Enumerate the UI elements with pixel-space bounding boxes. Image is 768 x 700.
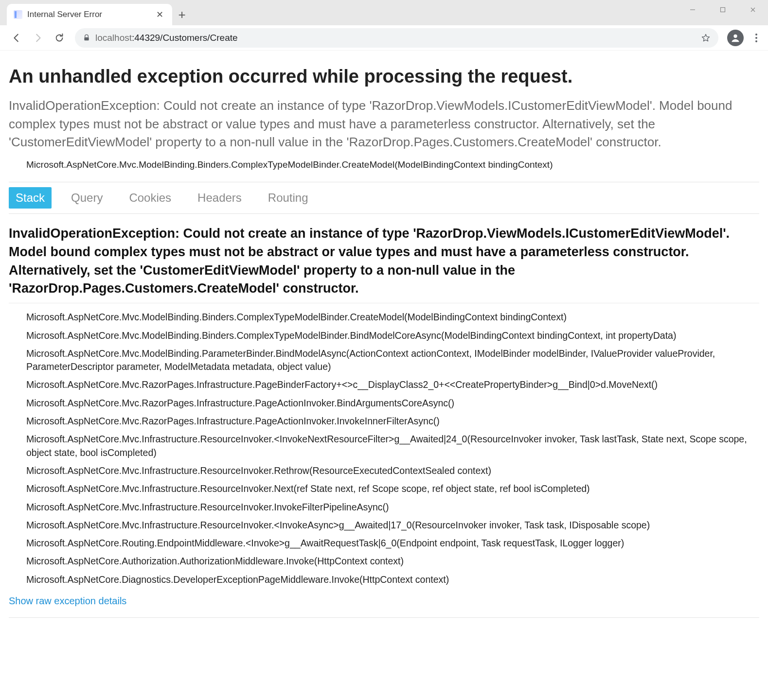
favicon-icon	[14, 10, 22, 19]
stack-frame[interactable]: Microsoft.AspNetCore.Mvc.ModelBinding.Bi…	[26, 308, 759, 326]
stack-frame[interactable]: Microsoft.AspNetCore.Mvc.Infrastructure.…	[26, 480, 759, 498]
stack-frame[interactable]: Microsoft.AspNetCore.Mvc.Infrastructure.…	[26, 516, 759, 534]
stack-frame[interactable]: Microsoft.AspNetCore.Routing.EndpointMid…	[26, 534, 759, 552]
error-page: An unhandled exception occurred while pr…	[0, 51, 768, 618]
svg-point-5	[733, 34, 737, 37]
svg-rect-1	[721, 8, 725, 12]
svg-point-6	[755, 34, 757, 35]
svg-point-8	[755, 40, 757, 42]
stack-trace-list: Microsoft.AspNetCore.Mvc.ModelBinding.Bi…	[9, 308, 759, 589]
address-bar: localhost:44329/Customers/Create	[0, 25, 768, 51]
back-button[interactable]	[8, 29, 25, 47]
url-text: localhost:44329/Customers/Create	[95, 33, 238, 43]
tab-query[interactable]: Query	[64, 187, 109, 209]
error-title: An unhandled exception occurred while pr…	[9, 66, 759, 87]
svg-rect-4	[84, 37, 89, 40]
minimize-button[interactable]	[678, 0, 708, 19]
stack-frame[interactable]: Microsoft.AspNetCore.Mvc.RazorPages.Infr…	[26, 376, 759, 394]
menu-kebab-icon[interactable]	[750, 30, 763, 46]
tab-routing[interactable]: Routing	[261, 187, 315, 209]
tab-stack[interactable]: Stack	[9, 187, 52, 209]
stack-frame[interactable]: Microsoft.AspNetCore.Authorization.Autho…	[26, 552, 759, 570]
stack-frame[interactable]: Microsoft.AspNetCore.Mvc.Infrastructure.…	[26, 498, 759, 516]
tab-title: Internal Server Error	[27, 10, 149, 19]
reload-button[interactable]	[51, 29, 68, 47]
profile-avatar[interactable]	[727, 30, 744, 46]
stack-frame[interactable]: Microsoft.AspNetCore.Mvc.Infrastructure.…	[26, 462, 759, 480]
window-titlebar: Internal Server Error ✕ +	[0, 0, 768, 25]
url-field[interactable]: localhost:44329/Customers/Create	[75, 28, 718, 48]
maximize-button[interactable]	[708, 0, 738, 19]
url-path: :44329/Customers/Create	[132, 33, 238, 43]
url-host: localhost	[95, 33, 132, 43]
error-top-frame: Microsoft.AspNetCore.Mvc.ModelBinding.Bi…	[9, 156, 759, 177]
new-tab-button[interactable]: +	[172, 4, 192, 25]
diagnostic-tabs: Stack Query Cookies Headers Routing	[9, 182, 759, 214]
tab-cookies[interactable]: Cookies	[122, 187, 178, 209]
window-controls	[678, 0, 768, 19]
close-window-button[interactable]	[738, 0, 768, 19]
forward-button[interactable]	[29, 29, 47, 47]
svg-point-7	[755, 37, 757, 39]
lock-icon	[83, 34, 90, 42]
error-summary: InvalidOperationException: Could not cre…	[9, 97, 759, 152]
exception-detail-header: InvalidOperationException: Could not cre…	[9, 225, 759, 298]
tab-headers[interactable]: Headers	[191, 187, 249, 209]
divider	[9, 617, 759, 618]
show-raw-exception-link[interactable]: Show raw exception details	[9, 589, 126, 615]
stack-frame[interactable]: Microsoft.AspNetCore.Mvc.Infrastructure.…	[26, 430, 759, 462]
stack-frame[interactable]: Microsoft.AspNetCore.Mvc.ModelBinding.Pa…	[26, 345, 759, 376]
stack-frame[interactable]: Microsoft.AspNetCore.Mvc.RazorPages.Infr…	[26, 412, 759, 430]
bookmark-star-icon[interactable]	[701, 33, 711, 43]
tab-close-icon[interactable]: ✕	[154, 9, 165, 20]
stack-frame[interactable]: Microsoft.AspNetCore.Diagnostics.Develop…	[26, 571, 759, 589]
browser-tab[interactable]: Internal Server Error ✕	[7, 4, 172, 25]
divider	[9, 303, 759, 303]
stack-frame[interactable]: Microsoft.AspNetCore.Mvc.ModelBinding.Bi…	[26, 327, 759, 345]
stack-frame[interactable]: Microsoft.AspNetCore.Mvc.RazorPages.Infr…	[26, 394, 759, 412]
